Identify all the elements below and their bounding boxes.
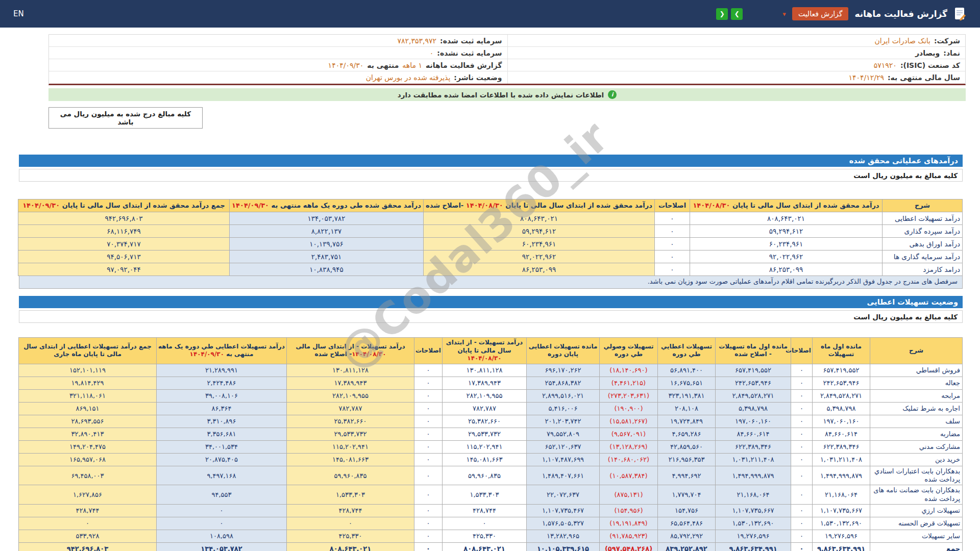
loans-cell: ۲۹,۵۳۳,۷۳۲	[443, 428, 527, 440]
loans-cell: (۱۳,۱۲۸,۲۶۹)	[600, 440, 658, 453]
loans-cell: ۱,۰۳۱,۲۱۱,۴۰۸	[813, 453, 870, 466]
loans-cell: ۱,۱۰۷,۴۸۷,۶۹۹	[527, 453, 600, 466]
loans-row-label: مرابحه	[870, 389, 963, 402]
loans-cell: ۰	[791, 453, 813, 466]
loans-row-label: جمع	[870, 542, 963, 551]
isic-field: کد صنعت (ISIC): ۵۷۱۹۲۰	[507, 59, 966, 71]
income-cell: ۸۰۸,۶۴۳,۰۲۱	[424, 212, 655, 225]
loans-cell: ۰	[414, 428, 443, 440]
loans-cell: ۰	[414, 542, 443, 551]
report-type-dropdown[interactable]: گزارش فعالیت	[792, 7, 849, 20]
loans-row: جمع۹,۸۶۳,۶۳۴,۹۹۱۰۹,۸۶۳,۶۳۴,۹۹۱۸۳۹,۲۵۲,۸۹…	[19, 542, 963, 551]
loans-header-cell: جمع درآمد تسهیلات اعطایی از ابتدای سال م…	[19, 338, 157, 364]
loans-cell: ۴۲۸,۷۴۴	[443, 504, 527, 517]
loans-cell: ۱۹۷,۰۶۰,۱۶۰	[716, 415, 791, 428]
isic-label: کد صنعت (ISIC):	[900, 61, 960, 69]
loans-cell: ۱۷,۳۸۹,۹۴۳	[287, 377, 414, 389]
top-bar-right-group: گزارش فعالیت ماهانه گزارش فعالیت ▾ ❯ ❮	[716, 7, 967, 21]
loans-cell: ۲,۴۲۴,۴۸۶	[157, 377, 287, 389]
prev-report-button[interactable]: ❮	[716, 8, 728, 20]
loans-cell: ۴۲۵,۳۳۰	[287, 530, 414, 542]
loans-cell: ۸۶,۳۶۴	[157, 402, 287, 415]
income-cell: ۶۰,۲۳۴,۹۶۱	[690, 238, 883, 251]
loans-cell: ۶۲۲,۳۸۹,۳۴۶	[716, 440, 791, 453]
loans-row-label: تسهیلات ارزي	[870, 504, 963, 517]
fiscal-year-label: سال مالی منتهی به:	[888, 73, 960, 82]
income-row-label: درآمد سرمایه گذاری ها	[883, 251, 963, 263]
loans-header-cell: تسهیلات اعطايي طي دوره	[658, 338, 716, 364]
signature-match-text: اطلاعات نمایش داده شده با اطلاعات امضا ش…	[398, 91, 604, 99]
loans-cell: ۲,۸۴۹,۵۲۸,۲۷۱	[813, 389, 870, 402]
loans-cell: ۲۰۸,۱۰۸	[658, 402, 716, 415]
language-toggle[interactable]: EN	[13, 9, 24, 18]
loans-cell: ۳,۳۵۶,۶۸۱	[157, 428, 287, 440]
loans-cell: ۵۶,۸۹۱,۴۰۰	[658, 364, 716, 377]
loans-cell: ۲۱۶,۹۵۶,۳۵۳	[658, 453, 716, 466]
loans-cell: (۱۹,۱۹۱,۸۴۹)	[600, 517, 658, 530]
loans-cell: ۸۴,۶۶۰,۶۱۴	[813, 428, 870, 440]
info-row: سال مالی منتهی به: ۱۴۰۴/۱۲/۲۹ وضعیت ناشر…	[49, 71, 965, 84]
loans-cell: ۰	[414, 504, 443, 517]
loans-row: مضاربه۸۴,۶۶۰,۶۱۴۰۸۴,۶۶۰,۶۱۴۴,۶۵۹,۲۸۶(۹,۵…	[19, 428, 963, 440]
loans-cell: ۱,۶۲۷,۸۵۶	[19, 485, 157, 505]
loans-cell: ۹,۴۹۷,۱۶۸	[157, 466, 287, 485]
isic-value: ۵۷۱۹۲۰	[874, 61, 897, 69]
loans-cell: ۱۶۵,۹۵۷,۰۶۸	[19, 453, 157, 466]
income-header-cell: جمع درآمد محقق شده از ابتدای سال مالی تا…	[18, 199, 230, 212]
loans-cell: ۱۷,۳۸۹,۹۴۳	[443, 377, 527, 389]
income-cell: ۰	[655, 212, 690, 225]
info-row: شرکت: بانک صادرات ایران سرمایه ثبت شده: …	[49, 35, 965, 47]
loans-cell: ۲۵,۳۸۲,۶۶۰	[287, 415, 414, 428]
loans-cell: (۱۰,۵۸۷,۳۸۴)	[600, 466, 658, 485]
loans-cell: ۱۹۷,۰۶۰,۱۶۰	[813, 415, 870, 428]
income-cell: ۹۴,۵۰۶,۷۱۳	[18, 251, 230, 263]
loans-cell: ۰	[791, 428, 813, 440]
loans-cell: ۶۲۲,۳۸۹,۳۴۶	[813, 440, 870, 453]
loans-cell: ۰	[157, 504, 287, 517]
loans-cell: ۶۹۶,۱۷۰,۲۶۲	[527, 364, 600, 377]
income-cell: ۷۰,۳۷۴,۷۱۷	[18, 238, 230, 251]
loans-cell: ۰	[414, 440, 443, 453]
loans-cell: ۵۹,۹۶۰,۸۳۵	[287, 466, 414, 485]
loans-cell: ۱۹,۷۲۴,۸۴۹	[658, 415, 716, 428]
loans-cell: ۰	[791, 530, 813, 542]
income-cell: ۰	[655, 251, 690, 263]
loans-cell: ۱۳۴,۰۵۳,۷۸۲	[157, 542, 287, 551]
loans-cell: ۰	[287, 517, 414, 530]
loans-row-label: فروش اقساطي	[870, 364, 963, 377]
income-cell: ۰	[655, 263, 690, 276]
loans-header-cell: درآمد تسهیلات - از ابتدای سال مالی تا پا…	[443, 338, 527, 364]
operating-income-table: شرحدرآمد محقق شده از ابتدای سال مالی تا …	[18, 199, 963, 276]
loans-row: مشارکت مدني۶۲۲,۳۸۹,۳۴۶۰۶۲۲,۳۸۹,۳۴۶۴۲,۸۵۹…	[19, 440, 963, 453]
loans-cell: ۲۸۲,۱۰۹,۹۵۵	[443, 389, 527, 402]
loans-cell: ۰	[414, 517, 443, 530]
loans-cell: ۸۰۸,۶۴۳,۰۲۱	[443, 542, 527, 551]
loans-cell: ۷۸۲,۷۸۷	[443, 402, 527, 415]
loans-cell: ۵۹,۹۶۰,۸۳۵	[443, 466, 527, 485]
loans-cell: (۹۱,۷۸۵,۹۲۳)	[600, 530, 658, 542]
operating-income-header-row: شرحدرآمد محقق شده از ابتدای سال مالی تا …	[18, 199, 963, 212]
company-link[interactable]: بانک صادرات ایران	[875, 37, 930, 45]
registered-capital-field: سرمایه ثبت شده: ۷۸۲,۳۵۳,۹۷۲	[49, 35, 507, 47]
loans-cell: ۲۱,۱۶۸,۰۶۴	[716, 485, 791, 505]
chevron-down-icon[interactable]: ▾	[782, 10, 786, 18]
loans-cell: ۱۳۰,۸۱۱,۱۲۸	[287, 364, 414, 377]
report-period-label: گزارش فعالیت ماهانه	[426, 61, 502, 69]
income-cell: ۰	[655, 225, 690, 238]
loans-header-cell: درآمد تسهیلات اعطایی طي دوره یک ماهه منت…	[157, 338, 287, 364]
loans-header-cell: مانده اول ماه تسهیلات	[813, 338, 870, 364]
loans-cell: ۲,۸۴۹,۵۲۸,۲۷۱	[716, 389, 791, 402]
registered-capital-value: ۷۸۲,۳۵۳,۹۷۲	[398, 37, 437, 45]
loans-cell: ۰	[791, 364, 813, 377]
next-report-button[interactable]: ❯	[731, 8, 743, 20]
income-row-label: درامد کارمزد	[883, 263, 963, 276]
loans-cell: ۳۲۱,۱۱۸,۰۶۱	[19, 389, 157, 402]
loans-cell: ۰	[791, 542, 813, 551]
header-date: ۱۴۰۴/۰۸/۳۰	[693, 202, 730, 209]
income-cell: ۵۹,۲۹۴,۶۱۲	[424, 225, 655, 238]
loans-cell: ۴۲۸,۷۴۴	[287, 504, 414, 517]
info-row: کد صنعت (ISIC): ۵۷۱۹۲۰ گزارش فعالیت ماها…	[49, 59, 965, 71]
loans-cell: ۲۰۱,۲۰۳,۷۴۲	[527, 415, 600, 428]
loans-cell: ۵,۳۹۸,۷۹۸	[813, 402, 870, 415]
report-period-length: ۱ ماهه	[402, 61, 422, 69]
